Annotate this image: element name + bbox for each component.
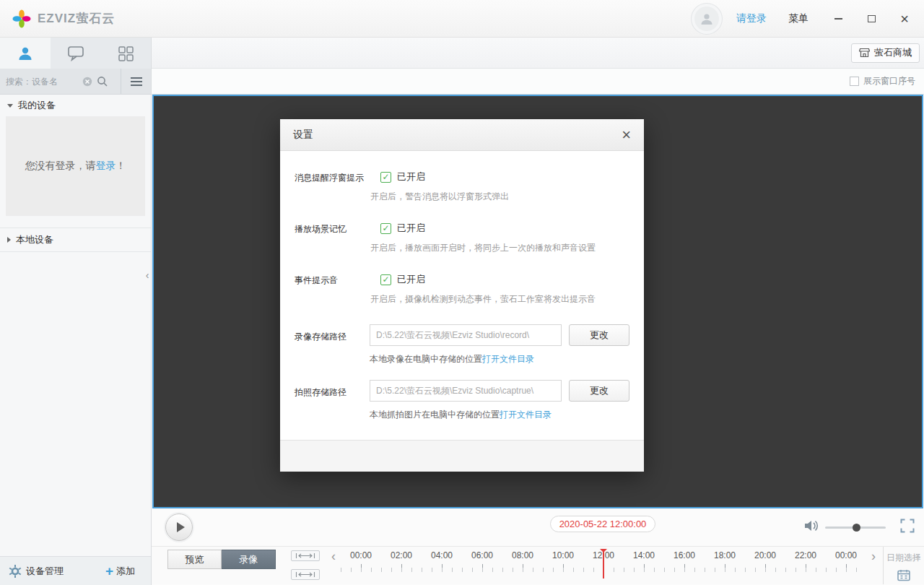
tick-label: 18:00 (705, 550, 745, 560)
sub-toolbar: 展示窗口序号 (152, 69, 924, 95)
setting-description: 开启后，警告消息将以浮窗形式弹出 (370, 191, 629, 203)
list-options-button[interactable] (121, 69, 151, 94)
my-devices-label: 我的设备 (18, 99, 56, 112)
tab-messages[interactable] (51, 38, 101, 69)
minimize-button[interactable] (827, 9, 849, 29)
clear-search-icon[interactable] (82, 77, 92, 87)
playback-bar: 2020-05-22 12:00:00 预览 录像 (152, 508, 924, 585)
tick-label: 04:00 (422, 550, 462, 560)
timeline-scroll-right-button[interactable] (868, 549, 879, 564)
horizontal-resize-icon (295, 571, 315, 578)
open-capture-folder-link[interactable]: 打开文件目录 (500, 410, 552, 420)
playback-controls-row: 2020-05-22 12:00:00 (152, 508, 924, 546)
open-record-folder-link[interactable]: 打开文件目录 (482, 354, 534, 364)
calendar-icon (897, 569, 910, 581)
checkbox-enabled[interactable] (380, 172, 391, 183)
search-row (0, 69, 151, 95)
mall-button[interactable]: 萤石商城 (851, 43, 920, 63)
search-icon[interactable] (97, 76, 108, 87)
timeline-zoom-out-button[interactable] (291, 550, 320, 561)
fullscreen-button[interactable] (900, 519, 915, 535)
my-devices-header[interactable]: 我的设备 (0, 95, 151, 116)
setting-label: 播放场景记忆 (295, 222, 370, 254)
tab-record[interactable]: 录像 (222, 550, 276, 569)
setting-label: 事件提示音 (295, 273, 370, 306)
checkbox-enabled[interactable] (380, 274, 391, 285)
calendar-button[interactable] (897, 569, 910, 581)
login-link[interactable]: 请登录 (736, 12, 767, 25)
local-devices-label: 本地设备 (16, 233, 53, 246)
tick-label: 00:00 (826, 550, 866, 560)
setting-label: 消息提醒浮窗提示 (295, 170, 370, 203)
close-button[interactable] (894, 9, 915, 29)
tick-label: 22:00 (785, 550, 826, 560)
tick-label: 10:00 (543, 550, 583, 560)
timeline-row: 预览 录像 00:00 02:00 04:00 06:00 08:00 (152, 546, 924, 584)
mall-label: 萤石商城 (874, 46, 912, 59)
tick-label: 08:00 (502, 550, 543, 560)
record-path-row: 录像存储路径 更改 本地录像在电脑中存储的位置打开文件目录 (295, 324, 629, 365)
date-select-area: 日期选择 (883, 547, 924, 584)
record-path-input[interactable] (370, 324, 562, 346)
avatar[interactable] (694, 6, 719, 31)
device-management-button[interactable]: 设备管理 (9, 565, 64, 578)
minimize-icon (834, 18, 842, 20)
change-capture-path-button[interactable]: 更改 (569, 380, 629, 402)
path-description: 本地抓拍图片在电脑中存储的位置 (370, 410, 500, 420)
show-window-number-label: 展示窗口序号 (863, 75, 915, 87)
timeline-zoom-in-button[interactable] (291, 569, 320, 580)
playhead-marker-icon (600, 549, 607, 552)
checkbox-label: 已开启 (397, 170, 425, 183)
chat-bubble-icon (67, 45, 84, 61)
chevron-down-icon (7, 104, 13, 108)
close-icon (900, 12, 909, 26)
tab-layout[interactable] (100, 38, 151, 69)
sidebar-tabs (0, 38, 151, 69)
hamburger-icon (131, 75, 142, 88)
view-tabs: 预览 录像 (167, 550, 276, 569)
menu-button[interactable]: 菜单 (788, 12, 808, 25)
volume-slider[interactable] (825, 526, 886, 529)
show-window-number-checkbox[interactable] (850, 77, 859, 86)
checkbox-enabled[interactable] (380, 223, 391, 234)
gear-icon (9, 565, 22, 578)
fullscreen-icon (900, 519, 915, 533)
dialog-close-button[interactable] (622, 127, 631, 143)
tab-preview[interactable]: 预览 (167, 550, 222, 569)
path-label: 录像存储路径 (295, 324, 370, 365)
timeline-scroll-left-button[interactable] (328, 549, 339, 564)
playhead-timestamp: 2020-05-22 12:00:00 (550, 516, 655, 532)
add-label: 添加 (116, 565, 135, 578)
capture-path-input[interactable] (370, 380, 562, 402)
dialog-header: 设置 (280, 119, 644, 151)
dialog-footer (280, 440, 644, 472)
sidebar-collapse-handle[interactable] (144, 266, 151, 285)
sidebar-bottom-bar: 设备管理 添加 (0, 556, 151, 585)
volume-icon[interactable] (803, 519, 819, 534)
play-button[interactable] (165, 514, 193, 541)
setting-row: 播放场景记忆 已开启 开启后，播放画面开启时，将同步上一次的播放和声音设置 (295, 222, 629, 254)
sidebar: 我的设备 您没有登录，请登录！ 本地设备 设备管理 (0, 38, 152, 585)
change-record-path-button[interactable]: 更改 (569, 324, 629, 346)
search-input[interactable] (6, 77, 81, 87)
tab-my-devices[interactable] (0, 38, 51, 69)
tick-label: 14:00 (624, 550, 664, 560)
timeline-playhead[interactable] (603, 549, 604, 578)
tick-label: 20:00 (745, 550, 785, 560)
checkbox-label: 已开启 (397, 273, 425, 286)
tick-label: 02:00 (381, 550, 422, 560)
local-devices-header[interactable]: 本地设备 (0, 228, 151, 252)
add-device-button[interactable]: 添加 (105, 564, 135, 578)
capture-path-row: 拍照存储路径 更改 本地抓拍图片在电脑中存储的位置打开文件目录 (295, 380, 629, 421)
setting-row: 事件提示音 已开启 开启后，摄像机检测到动态事件，萤石工作室将发出提示音 (295, 273, 629, 306)
maximize-button[interactable] (860, 9, 882, 29)
store-icon (859, 48, 870, 58)
dialog-body: 消息提醒浮窗提示 已开启 开启后，警告消息将以浮窗形式弹出 播放场景记忆 已开启… (280, 151, 644, 440)
login-prompt-link[interactable]: 登录 (96, 160, 116, 173)
device-management-label: 设备管理 (26, 565, 64, 578)
path-description: 本地录像在电脑中存储的位置 (370, 354, 482, 364)
setting-description: 开启后，播放画面开启时，将同步上一次的播放和声音设置 (370, 242, 629, 254)
top-toolbar: 萤石商城 (152, 38, 924, 69)
volume-thumb[interactable] (853, 524, 860, 532)
setting-row: 消息提醒浮窗提示 已开启 开启后，警告消息将以浮窗形式弹出 (295, 170, 629, 203)
